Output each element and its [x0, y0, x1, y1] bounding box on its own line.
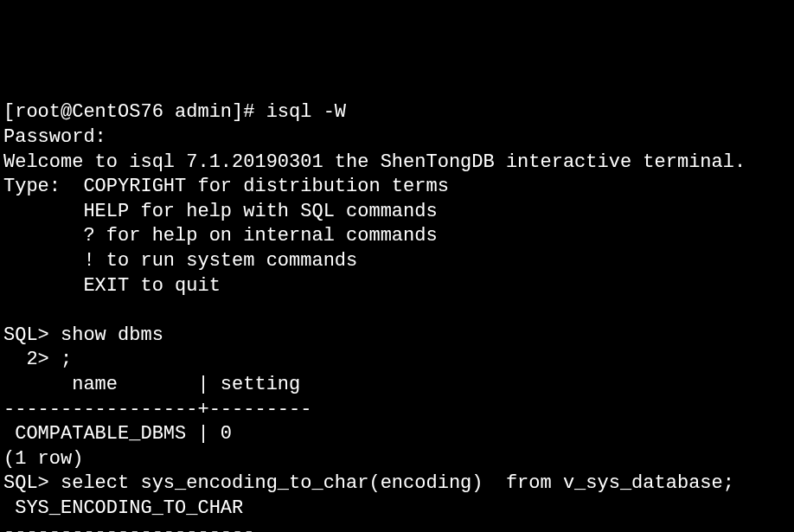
terminal-line: 2> ; [3, 349, 72, 370]
terminal-line: EXIT to quit [3, 275, 221, 297]
terminal-line: (1 row) [3, 448, 83, 470]
terminal-line: name | setting [3, 374, 311, 395]
terminal-line: SQL> show dbms [3, 324, 163, 346]
terminal-line: ---------------------- [3, 522, 254, 532]
terminal-line: HELP for help with SQL commands [3, 201, 438, 222]
terminal-line: -----------------+--------- [3, 399, 311, 420]
terminal-line: COMPATABLE_DBMS | 0 [3, 423, 232, 445]
terminal-line: Welcome to isql 7.1.20190301 the ShenTon… [3, 151, 746, 173]
terminal-line: SYS_ENCODING_TO_CHAR [3, 497, 254, 519]
terminal-line: [root@CentOS76 admin]# isql -W [3, 101, 346, 123]
terminal-line: ? for help on internal commands [3, 225, 438, 247]
terminal-line: Password: [3, 126, 106, 148]
terminal-line: ! to run system commands [3, 250, 357, 272]
terminal-output: [root@CentOS76 admin]# isql -W Password:… [3, 100, 791, 532]
terminal-line: SQL> select sys_encoding_to_char(encodin… [3, 472, 734, 494]
terminal-line: Type: COPYRIGHT for distribution terms [3, 176, 449, 197]
